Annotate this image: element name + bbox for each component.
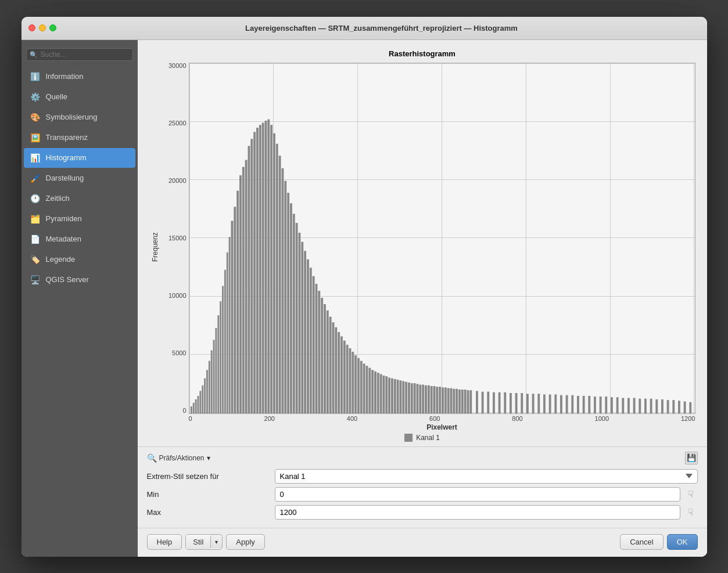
svg-rect-45 — [307, 259, 309, 413]
y-tick-1: 25000 — [168, 120, 187, 127]
svg-rect-48 — [315, 283, 317, 413]
svg-rect-29 — [261, 122, 264, 413]
y-axis-label: Frequenz — [149, 63, 161, 431]
sidebar-item-legende[interactable]: 🏷️ Legende — [24, 250, 135, 269]
x-tick-0: 0 — [189, 415, 192, 422]
pyramiden-icon: 🗂️ — [30, 213, 41, 225]
svg-rect-39 — [290, 203, 292, 413]
ok-button[interactable]: OK — [667, 534, 698, 550]
min-apply-button[interactable]: ☟ — [684, 487, 698, 501]
y-tick-5: 5000 — [172, 350, 186, 356]
sidebar: 🔍 ℹ️ Information ⚙️ Quelle 🎨 Symbolisier… — [21, 40, 138, 557]
cancel-button[interactable]: Cancel — [620, 534, 663, 550]
svg-rect-108 — [498, 392, 500, 413]
svg-rect-59 — [346, 344, 348, 413]
svg-rect-14 — [222, 286, 224, 413]
x-tick-5: 1000 — [595, 415, 609, 422]
svg-rect-58 — [343, 340, 345, 413]
sidebar-label-metadaten: Metadaten — [46, 235, 81, 243]
svg-rect-0 — [190, 406, 192, 413]
svg-rect-56 — [338, 332, 340, 413]
svg-rect-16 — [226, 252, 228, 413]
svg-rect-60 — [349, 348, 351, 413]
min-input[interactable] — [275, 487, 680, 502]
svg-rect-73 — [385, 376, 388, 413]
svg-rect-86 — [422, 384, 424, 413]
svg-rect-138 — [666, 400, 669, 413]
svg-rect-96 — [450, 388, 452, 413]
apply-button[interactable]: Apply — [226, 534, 265, 550]
svg-rect-106 — [487, 391, 489, 413]
y-tick-2: 20000 — [168, 178, 187, 184]
svg-rect-131 — [627, 398, 630, 413]
svg-rect-97 — [453, 388, 455, 413]
stil-dropdown-arrow[interactable]: ▾ — [210, 536, 222, 548]
x-axis-label: Pixelwert — [161, 423, 695, 431]
svg-rect-124 — [588, 395, 590, 413]
sidebar-label-transparenz: Transparenz — [46, 133, 88, 142]
sidebar-item-metadaten[interactable]: 📄 Metadaten — [24, 229, 135, 249]
maximize-button[interactable] — [49, 24, 56, 31]
svg-rect-35 — [278, 156, 281, 413]
svg-rect-6 — [204, 378, 206, 413]
svg-rect-82 — [410, 383, 413, 413]
max-apply-button[interactable]: ☟ — [684, 505, 698, 519]
minimize-button[interactable] — [39, 24, 46, 31]
svg-rect-78 — [399, 380, 401, 413]
svg-rect-5 — [202, 385, 203, 413]
help-button[interactable]: Help — [147, 534, 182, 550]
svg-rect-133 — [639, 398, 641, 413]
sidebar-item-qgis-server[interactable]: 🖥️ QGIS Server — [24, 270, 135, 290]
svg-rect-25 — [250, 139, 253, 413]
svg-rect-12 — [217, 315, 219, 413]
svg-rect-77 — [396, 380, 399, 413]
sidebar-item-symbolisierung[interactable]: 🎨 Symbolisierung — [24, 107, 135, 127]
channel-select[interactable]: Kanal 1 Kanal 2 Kanal 3 — [275, 469, 698, 484]
svg-rect-71 — [379, 374, 382, 413]
svg-rect-140 — [678, 401, 680, 413]
sidebar-item-transparenz[interactable]: 🖼️ Transparenz — [24, 128, 135, 147]
footer-left: Help Stil ▾ Apply — [147, 534, 265, 550]
sidebar-item-zeitlich[interactable]: 🕐 Zeitlich — [24, 189, 135, 208]
svg-rect-27 — [256, 127, 259, 413]
svg-rect-20 — [236, 190, 239, 413]
svg-rect-129 — [616, 397, 618, 413]
max-input[interactable] — [275, 505, 680, 520]
search-icon: 🔍 — [30, 51, 38, 58]
svg-rect-98 — [456, 388, 458, 413]
symbolisierung-icon: 🎨 — [30, 111, 41, 123]
channel-select-area: Kanal 1 Kanal 2 Kanal 3 — [275, 469, 698, 484]
svg-rect-115 — [537, 394, 540, 413]
svg-rect-21 — [239, 175, 242, 413]
max-label: Max — [147, 508, 275, 517]
svg-rect-135 — [650, 398, 652, 413]
sidebar-item-pyramiden[interactable]: 🗂️ Pyramiden — [24, 209, 135, 229]
svg-rect-37 — [284, 181, 286, 413]
svg-rect-84 — [416, 384, 418, 413]
svg-rect-36 — [281, 168, 284, 413]
svg-rect-123 — [582, 395, 584, 413]
stil-button[interactable]: Stil — [186, 535, 210, 549]
sidebar-item-quelle[interactable]: ⚙️ Quelle — [24, 87, 135, 107]
prefs-button[interactable]: 🔍 Präfs/Aktionen ▾ — [147, 453, 210, 463]
save-button[interactable]: 💾 — [685, 452, 698, 464]
svg-rect-30 — [264, 120, 267, 413]
sidebar-item-darstellung[interactable]: 🖌️ Darstellung — [24, 168, 135, 188]
svg-rect-8 — [208, 361, 210, 413]
sidebar-item-information[interactable]: ℹ️ Information — [24, 67, 135, 87]
chart-container: Rasterhistogramm Frequenz 30000 25000 20… — [138, 40, 707, 446]
svg-rect-72 — [382, 375, 385, 413]
svg-rect-142 — [689, 402, 691, 413]
extreme-stil-row: Extrem-Stil setzen für Kanal 1 Kanal 2 K… — [147, 469, 698, 484]
histogramm-icon: 📊 — [30, 152, 41, 164]
search-input[interactable] — [26, 48, 133, 61]
stil-dropdown[interactable]: Stil ▾ — [185, 534, 223, 550]
min-label: Min — [147, 490, 275, 499]
close-button[interactable] — [28, 24, 35, 31]
sidebar-item-histogramm[interactable]: 📊 Histogramm — [24, 148, 135, 168]
svg-rect-88 — [427, 385, 429, 413]
main-content: 🔍 ℹ️ Information ⚙️ Quelle 🎨 Symbolisier… — [21, 40, 707, 557]
svg-rect-50 — [321, 298, 323, 413]
svg-rect-38 — [287, 193, 289, 413]
prefs-arrow-icon: ▾ — [207, 454, 210, 462]
